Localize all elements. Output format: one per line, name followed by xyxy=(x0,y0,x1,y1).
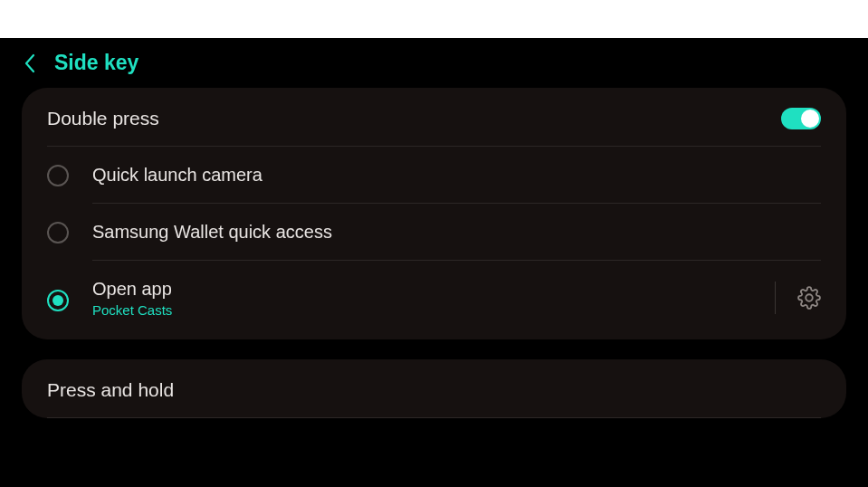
gear-icon[interactable] xyxy=(797,286,821,310)
radio-unselected-icon xyxy=(47,165,69,186)
radio-dot xyxy=(52,295,63,306)
double-press-card: Double press Quick launch camera Samsung… xyxy=(22,88,846,339)
header: Side key xyxy=(0,38,868,88)
toggle-thumb xyxy=(801,110,819,128)
option-label: Samsung Wallet quick access xyxy=(92,220,332,244)
option-sublabel: Pocket Casts xyxy=(92,302,172,318)
press-and-hold-header[interactable]: Press and hold xyxy=(47,359,821,418)
option-label: Open app xyxy=(92,277,172,301)
open-app-settings-section xyxy=(775,282,821,314)
page-title: Side key xyxy=(54,51,138,75)
radio-unselected-icon xyxy=(47,222,69,244)
press-and-hold-card: Press and hold xyxy=(22,359,846,418)
top-gap xyxy=(0,0,868,38)
press-and-hold-title: Press and hold xyxy=(47,379,174,401)
double-press-toggle[interactable] xyxy=(781,108,821,129)
radio-selected-icon xyxy=(47,290,69,311)
back-icon[interactable] xyxy=(24,53,36,73)
vertical-divider xyxy=(775,282,776,314)
option-samsung-wallet[interactable]: Samsung Wallet quick access xyxy=(47,204,821,261)
option-open-app[interactable]: Open app Pocket Casts xyxy=(47,261,821,339)
option-quick-launch-camera[interactable]: Quick launch camera xyxy=(47,147,821,204)
double-press-title: Double press xyxy=(47,108,159,129)
double-press-header[interactable]: Double press xyxy=(47,88,821,147)
option-label: Quick launch camera xyxy=(92,163,262,186)
